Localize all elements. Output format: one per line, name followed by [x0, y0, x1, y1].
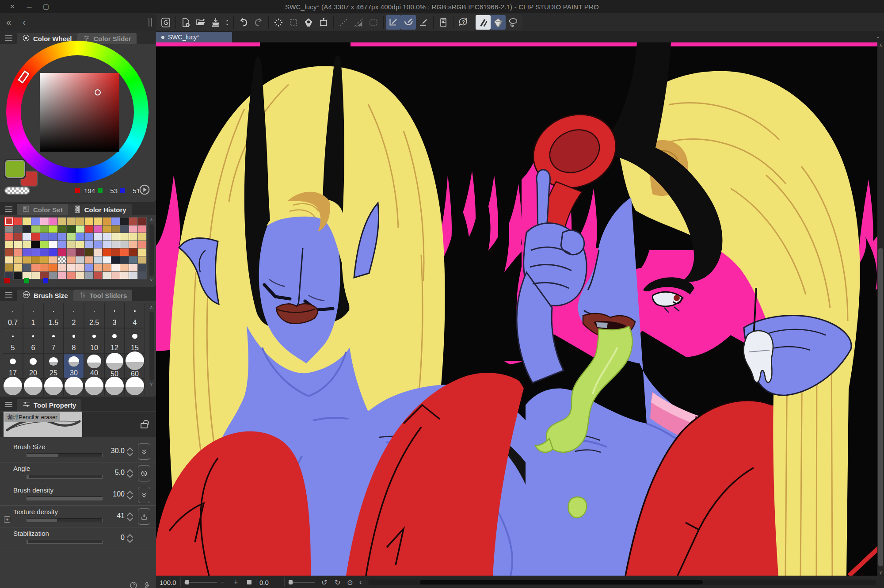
color-history-swatch[interactable]	[94, 241, 102, 248]
vertical-scroll-thumb[interactable]	[878, 248, 883, 566]
color-history-swatch[interactable]	[94, 248, 102, 256]
color-history-swatch[interactable]	[94, 256, 102, 264]
wrench-icon[interactable]	[142, 581, 151, 588]
reselect-button[interactable]	[286, 15, 301, 30]
color-history-swatch[interactable]	[76, 225, 84, 233]
rotate-ccw-icon[interactable]: ↺	[321, 576, 327, 588]
color-history-swatch[interactable]	[40, 248, 49, 256]
brush-size-cell-0.7[interactable]: 0.7	[3, 303, 23, 328]
color-history-swatch[interactable]	[111, 272, 120, 279]
scroll-down-icon[interactable]: ∨	[877, 569, 884, 576]
fit-to-screen-button[interactable]	[247, 576, 251, 588]
color-history-swatch[interactable]	[49, 264, 57, 271]
brush-size-cell-50[interactable]: 50	[104, 353, 125, 378]
zoom-out-button[interactable]: −	[221, 576, 225, 588]
color-history-swatch[interactable]	[49, 241, 57, 248]
color-history-swatch[interactable]	[85, 233, 93, 241]
property-slider[interactable]	[27, 518, 103, 522]
color-history-swatch[interactable]	[5, 241, 13, 248]
color-history-swatch[interactable]	[120, 264, 129, 271]
color-history-swatch[interactable]	[14, 241, 22, 248]
selection-rect-button[interactable]	[366, 15, 381, 30]
zoom-slider-handle[interactable]	[185, 580, 189, 584]
color-history-swatch[interactable]	[23, 256, 31, 264]
property-slider[interactable]	[27, 475, 103, 479]
color-history-swatch[interactable]	[58, 241, 66, 248]
dbldown-button[interactable]	[138, 443, 150, 460]
brush-size-cell-4[interactable]: 4	[125, 303, 145, 328]
save-options-chevron-icon[interactable]	[223, 15, 231, 30]
tab-list-chevron-icon[interactable]: ⌄	[876, 33, 880, 39]
color-history-swatch[interactable]	[23, 248, 31, 256]
color-history-swatch[interactable]	[5, 248, 13, 256]
color-history-swatch[interactable]	[49, 272, 57, 279]
brush-size-cell-10[interactable]: 10	[84, 328, 104, 353]
redo-button[interactable]	[251, 15, 266, 30]
color-history-swatch[interactable]	[103, 233, 111, 241]
color-history-swatch[interactable]	[76, 256, 84, 264]
minimize-window-icon[interactable]: ─	[26, 3, 33, 11]
color-history-swatch[interactable]	[129, 264, 137, 271]
brush-size-cell-40[interactable]: 40	[84, 353, 104, 378]
color-history-swatch[interactable]	[138, 218, 146, 225]
brush-size-cell-25[interactable]: 25	[43, 353, 64, 378]
csp-logo-icon[interactable]	[158, 15, 173, 30]
color-history-swatch[interactable]	[111, 233, 120, 241]
color-history-swatch[interactable]	[14, 256, 22, 264]
panel-menu-icon[interactable]	[5, 35, 12, 41]
timer-icon[interactable]	[129, 581, 138, 588]
color-history-swatch[interactable]	[23, 241, 31, 248]
invert-selection-button[interactable]	[301, 15, 316, 30]
brush-size-cell-8[interactable]: 8	[64, 328, 84, 353]
color-history-swatch[interactable]	[103, 272, 111, 279]
color-history-swatch[interactable]	[129, 272, 137, 279]
brush-size-cell-170[interactable]: 170	[104, 378, 125, 396]
sv-marker[interactable]	[95, 89, 101, 95]
color-history-swatch[interactable]	[129, 248, 137, 256]
value-stepper[interactable]	[127, 512, 133, 522]
brush-size-cell-120[interactable]: 120	[64, 378, 84, 396]
canvas-vertical-scrollbar[interactable]: ∧ ∨	[877, 42, 884, 576]
reset-rotation-icon[interactable]: ⊙	[347, 576, 353, 588]
new-file-button[interactable]	[178, 15, 193, 30]
color-history-swatch[interactable]	[103, 225, 111, 233]
value-stepper[interactable]	[127, 469, 133, 478]
color-history-swatch[interactable]	[40, 233, 49, 241]
color-history-swatch[interactable]	[23, 225, 31, 233]
color-history-swatch[interactable]	[76, 272, 84, 279]
brush-size-cell-80[interactable]: 80	[23, 378, 43, 396]
color-history-swatch[interactable]	[14, 225, 22, 233]
color-history-swatch[interactable]	[67, 256, 75, 264]
brush-size-cell-1[interactable]: 1	[23, 303, 43, 328]
brush-size-cell-12[interactable]: 12	[104, 328, 125, 353]
snap-to-special-ruler-button[interactable]	[401, 15, 416, 30]
color-history-swatch[interactable]	[76, 241, 84, 248]
color-history-swatch[interactable]	[138, 233, 146, 241]
color-history-swatch[interactable]	[58, 256, 66, 264]
snap-to-grid-button[interactable]	[416, 15, 431, 30]
brush-size-cell-2[interactable]: 2	[64, 303, 84, 328]
color-history-swatch[interactable]	[14, 218, 22, 225]
brush-preview[interactable]: 珈琲Pencil★ eraser	[0, 412, 156, 437]
save-file-button[interactable]	[208, 15, 223, 30]
color-history-swatch[interactable]	[40, 256, 49, 264]
color-history-swatch[interactable]	[31, 233, 40, 241]
color-history-swatch[interactable]	[5, 233, 13, 241]
snap-to-ruler-button[interactable]	[386, 15, 401, 30]
value-stepper[interactable]	[127, 447, 133, 457]
tab-brush-size[interactable]: Brush Size	[17, 290, 73, 301]
value-stepper[interactable]	[127, 534, 133, 543]
color-history-swatch[interactable]	[14, 264, 22, 271]
rotation-slider-handle[interactable]	[289, 580, 293, 584]
color-history-swatch[interactable]	[14, 272, 22, 279]
main-color-swatch[interactable]	[5, 160, 25, 178]
color-history-swatch[interactable]	[94, 272, 102, 279]
color-history-swatch[interactable]	[138, 256, 146, 264]
eraser-button[interactable]	[491, 15, 506, 30]
color-history-swatch[interactable]	[58, 272, 66, 279]
selection-area-button[interactable]	[351, 15, 366, 30]
color-history-swatch[interactable]	[49, 256, 57, 264]
color-history-swatch[interactable]	[49, 218, 57, 225]
color-history-swatch[interactable]	[85, 218, 93, 225]
color-history-swatch[interactable]	[5, 225, 13, 233]
